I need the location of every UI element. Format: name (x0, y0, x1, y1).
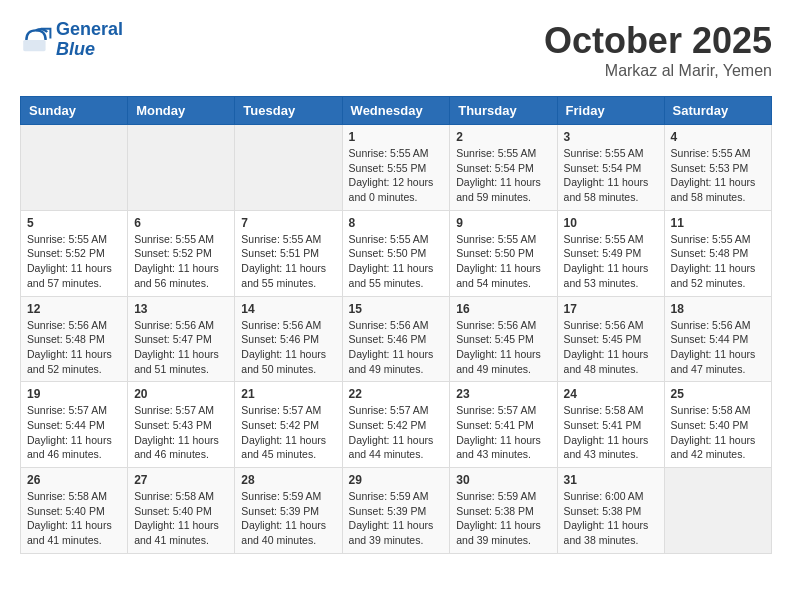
day-info: Sunrise: 5:55 AMSunset: 5:49 PMDaylight:… (564, 232, 658, 291)
day-info: Sunrise: 5:56 AMSunset: 5:47 PMDaylight:… (134, 318, 228, 377)
day-info: Sunrise: 5:56 AMSunset: 5:46 PMDaylight:… (349, 318, 444, 377)
day-info: Sunrise: 5:55 AMSunset: 5:51 PMDaylight:… (241, 232, 335, 291)
calendar-cell: 17Sunrise: 5:56 AMSunset: 5:45 PMDayligh… (557, 296, 664, 382)
calendar-cell: 13Sunrise: 5:56 AMSunset: 5:47 PMDayligh… (128, 296, 235, 382)
calendar-cell: 6Sunrise: 5:55 AMSunset: 5:52 PMDaylight… (128, 210, 235, 296)
day-number: 25 (671, 387, 765, 401)
day-info: Sunrise: 5:55 AMSunset: 5:54 PMDaylight:… (456, 146, 550, 205)
svg-rect-0 (23, 40, 45, 51)
calendar-cell: 19Sunrise: 5:57 AMSunset: 5:44 PMDayligh… (21, 382, 128, 468)
day-number: 6 (134, 216, 228, 230)
page-header: General Blue October 2025 Markaz al Mari… (20, 20, 772, 80)
day-info: Sunrise: 5:55 AMSunset: 5:50 PMDaylight:… (349, 232, 444, 291)
calendar-cell: 26Sunrise: 5:58 AMSunset: 5:40 PMDayligh… (21, 468, 128, 554)
day-info: Sunrise: 5:56 AMSunset: 5:44 PMDaylight:… (671, 318, 765, 377)
day-info: Sunrise: 5:58 AMSunset: 5:41 PMDaylight:… (564, 403, 658, 462)
day-info: Sunrise: 6:00 AMSunset: 5:38 PMDaylight:… (564, 489, 658, 548)
calendar-cell: 25Sunrise: 5:58 AMSunset: 5:40 PMDayligh… (664, 382, 771, 468)
calendar-week-5: 26Sunrise: 5:58 AMSunset: 5:40 PMDayligh… (21, 468, 772, 554)
calendar-cell (128, 125, 235, 211)
calendar-cell (21, 125, 128, 211)
calendar-cell: 23Sunrise: 5:57 AMSunset: 5:41 PMDayligh… (450, 382, 557, 468)
day-info: Sunrise: 5:56 AMSunset: 5:45 PMDaylight:… (456, 318, 550, 377)
calendar-cell: 28Sunrise: 5:59 AMSunset: 5:39 PMDayligh… (235, 468, 342, 554)
logo: General Blue (20, 20, 123, 60)
calendar-cell: 21Sunrise: 5:57 AMSunset: 5:42 PMDayligh… (235, 382, 342, 468)
day-number: 1 (349, 130, 444, 144)
calendar-table: Sunday Monday Tuesday Wednesday Thursday… (20, 96, 772, 554)
calendar-cell: 10Sunrise: 5:55 AMSunset: 5:49 PMDayligh… (557, 210, 664, 296)
day-info: Sunrise: 5:57 AMSunset: 5:43 PMDaylight:… (134, 403, 228, 462)
calendar-cell: 7Sunrise: 5:55 AMSunset: 5:51 PMDaylight… (235, 210, 342, 296)
day-number: 26 (27, 473, 121, 487)
calendar-cell: 14Sunrise: 5:56 AMSunset: 5:46 PMDayligh… (235, 296, 342, 382)
header-saturday: Saturday (664, 97, 771, 125)
header-wednesday: Wednesday (342, 97, 450, 125)
calendar-cell (235, 125, 342, 211)
calendar-cell: 8Sunrise: 5:55 AMSunset: 5:50 PMDaylight… (342, 210, 450, 296)
day-info: Sunrise: 5:57 AMSunset: 5:41 PMDaylight:… (456, 403, 550, 462)
calendar-cell: 24Sunrise: 5:58 AMSunset: 5:41 PMDayligh… (557, 382, 664, 468)
day-number: 27 (134, 473, 228, 487)
calendar-cell: 20Sunrise: 5:57 AMSunset: 5:43 PMDayligh… (128, 382, 235, 468)
calendar-cell: 3Sunrise: 5:55 AMSunset: 5:54 PMDaylight… (557, 125, 664, 211)
day-info: Sunrise: 5:57 AMSunset: 5:42 PMDaylight:… (241, 403, 335, 462)
header-thursday: Thursday (450, 97, 557, 125)
day-number: 15 (349, 302, 444, 316)
header-friday: Friday (557, 97, 664, 125)
day-number: 8 (349, 216, 444, 230)
location-title: Markaz al Marir, Yemen (544, 62, 772, 80)
day-number: 2 (456, 130, 550, 144)
day-info: Sunrise: 5:55 AMSunset: 5:48 PMDaylight:… (671, 232, 765, 291)
day-info: Sunrise: 5:55 AMSunset: 5:55 PMDaylight:… (349, 146, 444, 205)
day-info: Sunrise: 5:57 AMSunset: 5:44 PMDaylight:… (27, 403, 121, 462)
day-number: 28 (241, 473, 335, 487)
day-number: 18 (671, 302, 765, 316)
calendar-cell: 16Sunrise: 5:56 AMSunset: 5:45 PMDayligh… (450, 296, 557, 382)
calendar-cell: 27Sunrise: 5:58 AMSunset: 5:40 PMDayligh… (128, 468, 235, 554)
day-number: 5 (27, 216, 121, 230)
calendar-cell: 18Sunrise: 5:56 AMSunset: 5:44 PMDayligh… (664, 296, 771, 382)
day-number: 22 (349, 387, 444, 401)
calendar-cell: 22Sunrise: 5:57 AMSunset: 5:42 PMDayligh… (342, 382, 450, 468)
day-info: Sunrise: 5:56 AMSunset: 5:48 PMDaylight:… (27, 318, 121, 377)
calendar-week-2: 5Sunrise: 5:55 AMSunset: 5:52 PMDaylight… (21, 210, 772, 296)
day-number: 14 (241, 302, 335, 316)
day-info: Sunrise: 5:56 AMSunset: 5:45 PMDaylight:… (564, 318, 658, 377)
logo-text: General Blue (56, 20, 123, 60)
day-number: 10 (564, 216, 658, 230)
day-number: 21 (241, 387, 335, 401)
month-title: October 2025 (544, 20, 772, 62)
day-info: Sunrise: 5:59 AMSunset: 5:38 PMDaylight:… (456, 489, 550, 548)
calendar-cell: 11Sunrise: 5:55 AMSunset: 5:48 PMDayligh… (664, 210, 771, 296)
calendar-cell: 30Sunrise: 5:59 AMSunset: 5:38 PMDayligh… (450, 468, 557, 554)
day-number: 20 (134, 387, 228, 401)
day-info: Sunrise: 5:57 AMSunset: 5:42 PMDaylight:… (349, 403, 444, 462)
day-number: 13 (134, 302, 228, 316)
day-number: 24 (564, 387, 658, 401)
title-section: October 2025 Markaz al Marir, Yemen (544, 20, 772, 80)
day-info: Sunrise: 5:55 AMSunset: 5:53 PMDaylight:… (671, 146, 765, 205)
calendar-cell: 12Sunrise: 5:56 AMSunset: 5:48 PMDayligh… (21, 296, 128, 382)
calendar-week-1: 1Sunrise: 5:55 AMSunset: 5:55 PMDaylight… (21, 125, 772, 211)
header-tuesday: Tuesday (235, 97, 342, 125)
day-number: 17 (564, 302, 658, 316)
day-info: Sunrise: 5:55 AMSunset: 5:50 PMDaylight:… (456, 232, 550, 291)
day-number: 30 (456, 473, 550, 487)
logo-icon (20, 24, 52, 56)
day-number: 19 (27, 387, 121, 401)
day-number: 23 (456, 387, 550, 401)
day-info: Sunrise: 5:55 AMSunset: 5:52 PMDaylight:… (27, 232, 121, 291)
day-number: 4 (671, 130, 765, 144)
calendar-cell: 4Sunrise: 5:55 AMSunset: 5:53 PMDaylight… (664, 125, 771, 211)
day-info: Sunrise: 5:55 AMSunset: 5:54 PMDaylight:… (564, 146, 658, 205)
day-number: 29 (349, 473, 444, 487)
day-number: 9 (456, 216, 550, 230)
header-sunday: Sunday (21, 97, 128, 125)
day-number: 7 (241, 216, 335, 230)
calendar-cell: 29Sunrise: 5:59 AMSunset: 5:39 PMDayligh… (342, 468, 450, 554)
day-info: Sunrise: 5:59 AMSunset: 5:39 PMDaylight:… (241, 489, 335, 548)
calendar-cell: 15Sunrise: 5:56 AMSunset: 5:46 PMDayligh… (342, 296, 450, 382)
header-monday: Monday (128, 97, 235, 125)
day-number: 12 (27, 302, 121, 316)
